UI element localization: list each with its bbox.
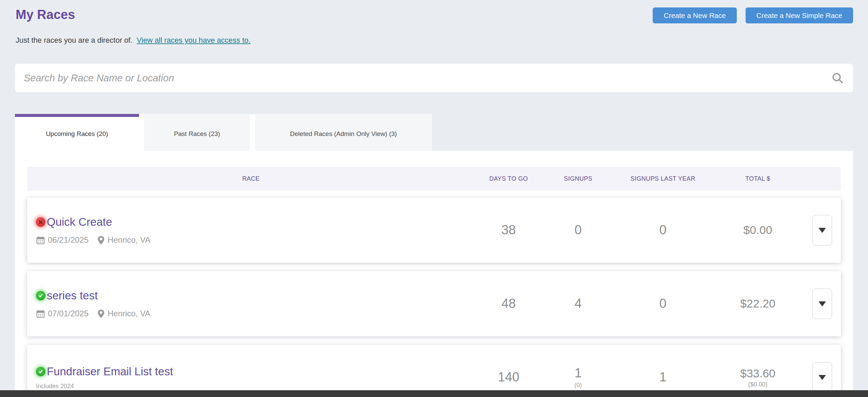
signups-last-year-value: 1: [614, 370, 712, 385]
tab-past-races[interactable]: Past Races (23): [144, 114, 250, 151]
total-sub-value: ($0.00): [748, 381, 767, 388]
row-actions-dropdown[interactable]: [812, 215, 832, 245]
calendar-icon: [36, 309, 45, 318]
header-buttons: Create a New Race Create a New Simple Ra…: [653, 7, 853, 23]
total-value: $22.20: [712, 297, 804, 310]
create-new-race-button[interactable]: Create a New Race: [653, 7, 736, 23]
column-header-total: TOTAL $: [712, 175, 804, 182]
signups-value: 4: [542, 296, 614, 311]
tab-bar: Upcoming Races (20) Past Races (23) Dele…: [15, 114, 432, 151]
race-date: 07/01/2025: [48, 309, 88, 318]
subtitle-text: Just the races you are a director of.: [16, 36, 133, 44]
chevron-down-icon: [818, 228, 826, 233]
race-name-link[interactable]: Fundraiser Email List test: [47, 365, 173, 378]
location-pin-icon: [97, 309, 105, 318]
race-name-link[interactable]: Quick Create: [47, 216, 112, 229]
days-to-go-value: 38: [475, 223, 542, 238]
days-to-go-value: 48: [475, 296, 542, 311]
table-row: series test 07/01/2025: [27, 271, 841, 336]
tab-divider: [250, 114, 255, 151]
signups-value: 0: [542, 223, 614, 238]
search-input[interactable]: [24, 64, 831, 92]
column-header-signups-last-year: SIGNUPS LAST YEAR: [614, 175, 712, 182]
tab-deleted-races[interactable]: Deleted Races (Admin Only View) (3): [255, 114, 432, 151]
chevron-down-icon: [818, 375, 826, 380]
table-row: Quick Create 06/21/2025: [27, 198, 841, 263]
race-location: Henrico, VA: [107, 309, 150, 318]
chevron-down-icon: [818, 301, 826, 306]
signups-last-year-value: 0: [614, 296, 712, 311]
column-header-signups: SIGNUPS: [542, 175, 614, 182]
total-value: $0.00: [712, 223, 804, 237]
signups-number: 1: [574, 366, 581, 381]
race-cell: Fundraiser Email List test Includes 2024: [27, 365, 475, 390]
race-name-link[interactable]: series test: [47, 289, 98, 302]
page-subtitle: Just the races you are a director of. Vi…: [16, 36, 251, 45]
search-bar: [15, 64, 853, 92]
race-note: Includes 2024: [36, 383, 475, 390]
total-value: $33.60 ($0.00): [712, 367, 804, 388]
view-all-races-link[interactable]: View all races you have access to.: [137, 36, 251, 44]
days-to-go-value: 140: [475, 370, 542, 385]
column-header-days-to-go: DAYS TO GO: [475, 175, 542, 182]
create-new-simple-race-button[interactable]: Create a New Simple Race: [746, 7, 853, 23]
location-pin-icon: [97, 236, 105, 245]
row-actions-dropdown[interactable]: [812, 362, 832, 393]
row-actions-dropdown[interactable]: [812, 289, 832, 319]
green-check-icon: [36, 291, 45, 300]
tab-divider: [139, 114, 144, 151]
tab-upcoming-races[interactable]: Upcoming Races (20): [15, 114, 139, 151]
races-panel: RACE DAYS TO GO SIGNUPS SIGNUPS LAST YEA…: [15, 151, 853, 397]
race-cell: Quick Create 06/21/2025: [27, 216, 475, 245]
search-icon[interactable]: [831, 71, 844, 85]
table-row: Fundraiser Email List test Includes 2024…: [27, 345, 841, 397]
race-cell: series test 07/01/2025: [27, 289, 475, 318]
page-title: My Races: [16, 7, 75, 22]
race-meta: 07/01/2025 Henrico, VA: [36, 309, 475, 318]
column-header-race: RACE: [27, 175, 475, 182]
race-location: Henrico, VA: [107, 235, 150, 245]
bottom-bar: [0, 390, 868, 397]
race-meta: 06/21/2025 Henrico, VA: [36, 235, 475, 245]
race-date: 06/21/2025: [48, 235, 88, 245]
green-check-icon: [36, 367, 45, 376]
total-number: $33.60: [740, 367, 775, 380]
signups-value: 1 (0): [542, 366, 614, 389]
signups-last-year-value: 0: [614, 223, 712, 238]
calendar-icon: [36, 236, 45, 245]
red-x-icon: [36, 217, 45, 227]
signups-sub-value: (0): [574, 382, 582, 389]
table-header: RACE DAYS TO GO SIGNUPS SIGNUPS LAST YEA…: [27, 167, 841, 191]
